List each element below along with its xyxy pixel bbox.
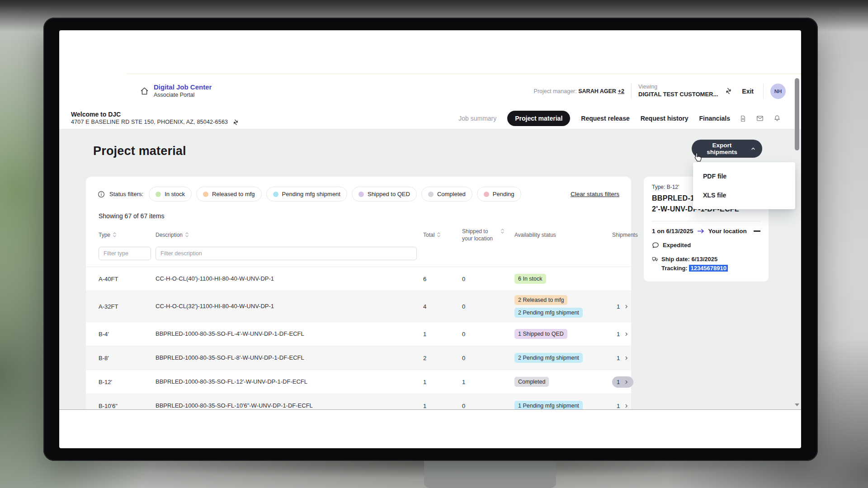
export-menu-item-pdf-file[interactable]: PDF file — [693, 167, 795, 186]
status-dot — [273, 192, 278, 197]
nav-item-project-material[interactable]: Project material — [507, 111, 570, 126]
detail-shipment-qty-date: 1 on 6/13/2025 — [652, 228, 693, 235]
status-badge: 2 Released to mfg — [514, 295, 567, 305]
status-filter-in-stock[interactable]: In stock — [149, 187, 192, 202]
project-manager-more-link[interactable]: +2 — [618, 88, 624, 94]
cell-total: 1 — [423, 379, 462, 385]
cell-shipped: 0 — [462, 303, 514, 310]
table-row[interactable]: A-32FTCC-H-O-CL(32')-1100-HI-80-40-W-UNV… — [86, 291, 631, 322]
status-filter-pending-mfg-shipment[interactable]: Pending mfg shipment — [266, 187, 347, 202]
export-menu-item-xls-file[interactable]: XLS file — [693, 186, 795, 205]
status-filter-completed[interactable]: Completed — [421, 187, 472, 202]
shipments-count: 1 — [617, 403, 620, 409]
export-shipments-button[interactable]: Export shipments — [692, 140, 762, 158]
collapse-minus-button[interactable] — [754, 230, 760, 231]
documents-icon[interactable] — [739, 115, 747, 122]
table-header-row: Type Description Total Shipped to your l… — [86, 223, 631, 246]
divider — [631, 84, 632, 99]
cell-shipped: 1 — [462, 379, 514, 385]
filter-type-input[interactable] — [99, 247, 151, 260]
cell-availability-status: 1 Pending mfg shipment — [514, 401, 612, 409]
chevron-right-icon — [624, 332, 629, 337]
cell-availability-status: 2 Released to mfg2 Pending mfg shipment — [514, 295, 612, 318]
switch-customer-icon[interactable] — [725, 87, 732, 95]
cell-availability-status: 2 Pending mfg shipment — [514, 353, 612, 363]
mail-icon[interactable] — [756, 114, 764, 122]
project-manager-name: SARAH AGER — [578, 88, 616, 94]
shipments-link[interactable]: 1 — [612, 376, 633, 388]
status-dot — [359, 192, 364, 197]
shipments-link[interactable]: 1 — [612, 400, 633, 409]
cell-shipped: 0 — [462, 403, 514, 409]
filter-description-input[interactable] — [156, 247, 417, 260]
cell-shipments: 1 — [612, 328, 633, 340]
status-dot — [203, 192, 208, 197]
shipments-link[interactable]: 1 — [612, 301, 633, 312]
nav-item-request-release[interactable]: Request release — [581, 115, 629, 122]
switch-job-icon[interactable] — [232, 119, 239, 126]
exit-button[interactable]: Exit — [742, 88, 754, 95]
shipments-link[interactable]: 1 — [612, 328, 633, 340]
column-header-shipped: Shipped to your location — [462, 228, 498, 242]
info-icon[interactable] — [98, 191, 105, 198]
main-nav: Job summaryProject materialRequest relea… — [458, 111, 730, 126]
nav-item-request-history[interactable]: Request history — [641, 115, 689, 122]
cell-shipments: 1 — [612, 352, 633, 364]
sort-icon[interactable] — [185, 232, 189, 238]
cell-description: CC-H-O-CL(40')-1100-HI-80-40-W-UNV-DP-1 — [156, 275, 423, 283]
status-badge: 6 In stock — [514, 274, 546, 284]
page-title: Project material — [93, 144, 186, 158]
monitor-bezel: Digital Job Center Associate Portal Proj… — [43, 18, 818, 461]
table-body: A-40FTCC-H-O-CL(40')-1100-HI-80-40-W-UNV… — [86, 267, 631, 409]
table-row[interactable]: B-10'6"BBPRLED-1000-80-35-SO-FL-10'6"-W-… — [86, 394, 631, 409]
cell-description: BBPRLED-1000-80-35-SO-FL-12'-W-UNV-DP-1-… — [156, 378, 423, 386]
viewing-customer-name: DIGITAL TEST CUSTOMER... — [638, 91, 718, 99]
table-filter-row — [86, 246, 631, 267]
status-filter-pending[interactable]: Pending — [477, 187, 521, 202]
status-filter-label: Released to mfg — [212, 191, 255, 197]
material-table-card: Status filters: In stockReleased to mfgP… — [86, 177, 631, 409]
divider — [652, 221, 760, 221]
cell-shipped: 0 — [462, 276, 514, 282]
status-filter-released-to-mfg[interactable]: Released to mfg — [196, 187, 262, 202]
clear-status-filters-link[interactable]: Clear status filters — [571, 191, 619, 197]
brand-home-link[interactable]: Digital Job Center Associate Portal — [140, 83, 212, 99]
ship-date-text: Ship date: 6/13/2025 — [661, 256, 717, 263]
export-dropdown-menu: PDF fileXLS file — [693, 162, 795, 209]
cell-total: 1 — [423, 331, 462, 338]
viewport-bottom-edge — [59, 409, 801, 410]
nav-item-job-summary[interactable]: Job summary — [458, 115, 496, 122]
shipments-count: 1 — [617, 379, 620, 385]
notifications-bell-icon[interactable] — [773, 114, 781, 122]
viewing-block: Viewing DIGITAL TEST CUSTOMER... — [638, 84, 718, 98]
sort-icon[interactable] — [113, 232, 117, 238]
chevron-right-icon — [624, 404, 629, 408]
table-row[interactable]: B-8'BBPRLED-1000-80-35-SO-FL-8'-W-UNV-DP… — [86, 346, 631, 370]
table-row[interactable]: A-40FTCC-H-O-CL(40')-1100-HI-80-40-W-UNV… — [86, 267, 631, 291]
welcome-title: Welcome to DJC — [71, 111, 239, 119]
cell-description: CC-H-O-CL(32')-1100-HI-80-40-W-UNV-DP-1 — [156, 302, 423, 311]
chevron-right-icon — [624, 356, 629, 361]
scrollbar-thumb[interactable] — [795, 78, 799, 150]
column-header-shipments: Shipments — [612, 231, 638, 239]
project-manager-text: Project manager: SARAH AGER+2 — [534, 88, 625, 94]
table-row[interactable]: B-12'BBPRLED-1000-80-35-SO-FL-12'-W-UNV-… — [86, 370, 631, 394]
cell-total: 4 — [423, 303, 462, 310]
status-dot — [428, 192, 434, 197]
tracking-number-selected[interactable]: 12345678910 — [689, 265, 728, 272]
status-filters-label: Status filters: — [109, 191, 143, 197]
sort-icon[interactable] — [437, 232, 441, 238]
shipments-link[interactable]: 1 — [612, 352, 633, 364]
sort-icon[interactable] — [500, 228, 505, 234]
status-filter-shipped-to-qed[interactable]: Shipped to QED — [352, 187, 417, 202]
user-avatar[interactable]: NH — [770, 84, 786, 99]
status-filter-label: Shipped to QED — [368, 191, 410, 197]
cell-total: 2 — [423, 355, 462, 361]
table-row[interactable]: B-4'BBPRLED-1000-80-35-SO-FL-4'-W-UNV-DP… — [86, 322, 631, 346]
nav-item-financials[interactable]: Financials — [699, 115, 730, 122]
cell-type: B-4' — [99, 331, 156, 338]
job-header-bar: Welcome to DJC 4707 E BASELINE RD STE 15… — [59, 108, 801, 129]
scrollbar-down-arrow[interactable] — [795, 404, 799, 406]
truck-icon — [652, 256, 658, 262]
column-header-type: Type — [99, 231, 110, 239]
